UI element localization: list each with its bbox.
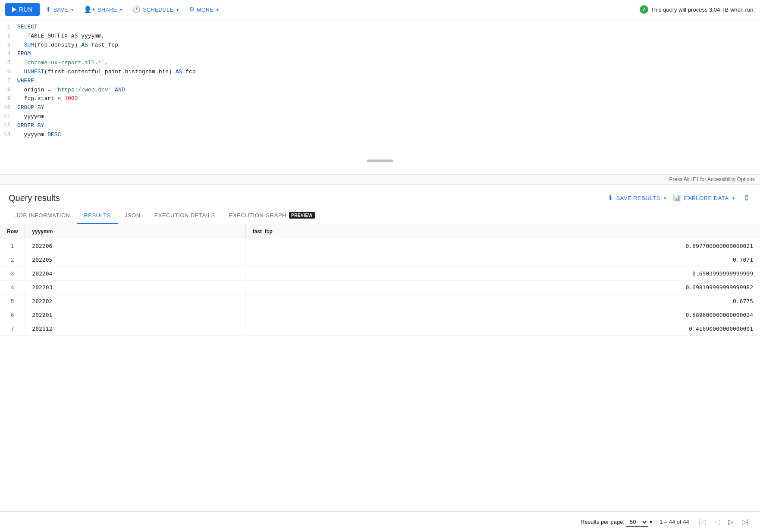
editor-line: 3 SUM(fcp.density) AS fast_fcp — [0, 41, 760, 50]
editor-line: 1SELECT — [0, 23, 760, 32]
save-results-label: SAVE RESULTS — [616, 195, 660, 201]
tab-results[interactable]: RESULTS — [77, 208, 118, 224]
line-content: WHERE — [17, 77, 760, 86]
line-number: 12 — [0, 122, 17, 130]
more-label: MORE — [197, 6, 214, 13]
line-number: 8 — [0, 86, 17, 94]
explore-data-label: EXPLORE DATA — [684, 195, 729, 201]
tab-job-info[interactable]: JOB INFORMATION — [9, 208, 77, 224]
table-header: Rowyyyymmfast_fcp — [0, 224, 760, 239]
horizontal-scrollbar[interactable] — [367, 160, 393, 162]
tab-exec-graph[interactable]: EXECUTION GRAPHPREVIEW — [222, 208, 322, 224]
line-number: 10 — [0, 104, 17, 112]
cell-row-num: 4 — [0, 281, 25, 294]
schedule-chevron-icon: ▾ — [176, 7, 179, 12]
editor-line: 6 UNNEST(first_contentful_paint.histogra… — [0, 68, 760, 77]
cell-fast-fcp: 0.697700000000000021 — [245, 239, 760, 253]
save-button[interactable]: ⬆ SAVE ▾ — [41, 3, 78, 16]
line-number: 3 — [0, 41, 17, 50]
check-circle-icon — [640, 5, 648, 14]
more-chevron-icon: ▾ — [217, 7, 219, 12]
line-content: GROUP BY — [17, 103, 760, 113]
editor-line: 11 yyyymm — [0, 113, 760, 122]
line-content: `chrome-ux-report.all.*`, — [17, 59, 760, 68]
cell-row-num: 3 — [0, 267, 25, 281]
column-header-fast_fcp: fast_fcp — [245, 224, 760, 239]
query-info-text: This query will process 3.04 TB when run… — [651, 6, 755, 13]
share-label: SHARE — [97, 6, 117, 13]
accessibility-hint: Press Alt+F1 for Accessibility Options — [669, 176, 755, 182]
play-icon — [12, 7, 16, 12]
line-content: SELECT — [17, 23, 760, 32]
line-number: 5 — [0, 59, 17, 67]
tab-exec-details[interactable]: EXECUTION DETAILS — [148, 208, 222, 224]
line-content: origin = 'https://web.dev' AND — [17, 86, 760, 95]
run-button[interactable]: RUN — [5, 3, 40, 16]
cell-yyyymm: 202206 — [25, 239, 245, 253]
line-content: yyyymm DESC — [17, 131, 760, 140]
tab-json[interactable]: JSON — [118, 208, 148, 224]
editor-line: 9 fcp.start < 1000 — [0, 94, 760, 103]
line-content: FROM — [17, 50, 760, 59]
table-row: 22022050.7071 — [0, 253, 760, 267]
line-content: UNNEST(first_contentful_paint.histogram.… — [17, 68, 760, 77]
table-row: 52022020.6775 — [0, 294, 760, 308]
line-number: 4 — [0, 50, 17, 58]
editor-line: 2 _TABLE_SUFFIX AS yyyymm, — [0, 32, 760, 41]
run-label: RUN — [19, 6, 33, 13]
save-results-icon: ⬇ — [608, 194, 614, 202]
cell-yyyymm: 202204 — [25, 267, 245, 281]
line-number: 7 — [0, 77, 17, 85]
save-icon: ⬆ — [46, 6, 51, 13]
share-button[interactable]: 👤+ SHARE ▾ — [79, 3, 127, 16]
results-title: Query results — [9, 193, 60, 203]
preview-badge: PREVIEW — [289, 212, 315, 219]
editor-footer: Press Alt+F1 for Accessibility Options — [0, 175, 760, 185]
table-body: 12022060.69770000000000002122022050.7071… — [0, 239, 760, 336]
save-results-button[interactable]: ⬇ SAVE RESULTS ▾ — [608, 194, 666, 202]
table-row: 62022010.589600000000000024 — [0, 308, 760, 322]
line-content: fcp.start < 1000 — [17, 94, 760, 103]
cell-row-num: 5 — [0, 294, 25, 308]
editor-line: 8 origin = 'https://web.dev' AND — [0, 86, 760, 95]
cell-fast-fcp: 0.589600000000000024 — [245, 308, 760, 322]
share-icon: 👤+ — [84, 6, 96, 13]
query-info: This query will process 3.04 TB when run… — [640, 5, 755, 14]
table-row: 72021120.41690000000000001 — [0, 322, 760, 336]
share-chevron-icon: ▾ — [120, 7, 122, 12]
column-header-yyyymm: yyyymm — [25, 224, 245, 239]
save-results-chevron-icon: ▾ — [664, 196, 666, 200]
editor-line: 12ORDER BY — [0, 122, 760, 131]
editor-line: 4FROM — [0, 50, 760, 59]
cell-row-num: 7 — [0, 322, 25, 336]
cell-row-num: 1 — [0, 239, 25, 253]
line-number: 1 — [0, 23, 17, 31]
line-number: 2 — [0, 32, 17, 41]
results-table-wrapper: Rowyyyymmfast_fcp 12022060.6977000000000… — [0, 224, 760, 336]
save-label: SAVE — [53, 6, 68, 13]
line-content: yyyymm — [17, 113, 760, 122]
cell-fast-fcp: 0.698199999999999982 — [245, 281, 760, 294]
more-button[interactable]: ⚙ MORE ▾ — [185, 3, 223, 16]
cell-row-num: 2 — [0, 253, 25, 267]
editor-line: 5 `chrome-ux-report.all.*`, — [0, 59, 760, 68]
results-tabs: JOB INFORMATIONRESULTSJSONEXECUTION DETA… — [0, 208, 760, 224]
explore-data-icon: 📊 — [673, 194, 681, 202]
cell-fast-fcp: 0.7071 — [245, 253, 760, 267]
results-table: Rowyyyymmfast_fcp 12022060.6977000000000… — [0, 224, 760, 336]
schedule-label: SCHEDULE — [143, 6, 173, 13]
code-editor[interactable]: 1SELECT2 _TABLE_SUFFIX AS yyyymm,3 SUM(f… — [0, 19, 760, 175]
cell-yyyymm: 202202 — [25, 294, 245, 308]
results-actions: ⬇ SAVE RESULTS ▾ 📊 EXPLORE DATA ▾ ⇕ — [608, 191, 751, 204]
expand-button[interactable]: ⇕ — [741, 191, 751, 204]
gear-icon: ⚙ — [189, 6, 195, 13]
line-number: 6 — [0, 68, 17, 76]
explore-data-button[interactable]: 📊 EXPLORE DATA ▾ — [673, 194, 735, 202]
toolbar: RUN ⬆ SAVE ▾ 👤+ SHARE ▾ 🕐 SCHEDULE ▾ ⚙ M… — [0, 0, 760, 19]
cell-fast-fcp: 0.6775 — [245, 294, 760, 308]
editor-line: 10GROUP BY — [0, 103, 760, 113]
cell-fast-fcp: 0.6903999999999999 — [245, 267, 760, 281]
editor-line: 7WHERE — [0, 77, 760, 86]
schedule-button[interactable]: 🕐 SCHEDULE ▾ — [128, 3, 183, 16]
column-header-row: Row — [0, 224, 25, 239]
